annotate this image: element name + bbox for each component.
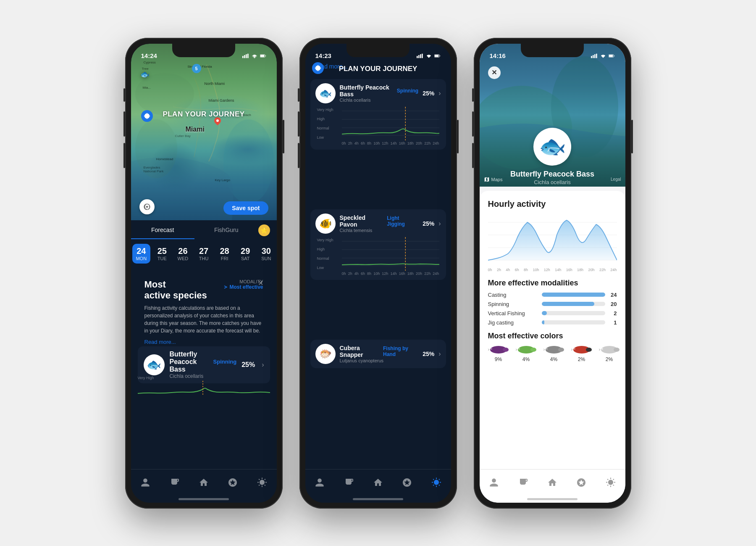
svg-line-57 bbox=[543, 350, 545, 351]
modality-jig: Jig casting 1 bbox=[488, 319, 617, 326]
svg-point-60 bbox=[574, 348, 575, 350]
modalities-title: More effective modalities bbox=[488, 279, 617, 288]
date-28[interactable]: 28 FRI bbox=[215, 244, 234, 264]
hourly-x-labels: 0h 2h 4h 6h 8h 10h 12h 14h 16h 18h 20h 2… bbox=[488, 268, 617, 272]
color-item-2: 4% bbox=[516, 345, 537, 362]
nav-home[interactable] bbox=[199, 477, 209, 488]
nav-bar-2 bbox=[305, 469, 451, 503]
nav-diary[interactable] bbox=[140, 477, 150, 488]
info-description: Fishing activity calculations are based … bbox=[144, 304, 263, 335]
nav-weather[interactable] bbox=[257, 477, 267, 488]
nav-home-3[interactable] bbox=[547, 477, 557, 488]
fish-card-bpb[interactable]: 🐟 Butterfly Peacock Bass Spinning Cichla… bbox=[310, 79, 446, 150]
fish-technique-cs: Fishing by Hand bbox=[383, 346, 418, 357]
date-25[interactable]: 25 TUE bbox=[153, 244, 171, 264]
detail-content: Hourly activity bbox=[480, 191, 625, 503]
close-button-3[interactable]: ✕ bbox=[488, 66, 501, 79]
fish-percent-sp: 25% bbox=[423, 220, 434, 227]
nav-species-2[interactable] bbox=[344, 477, 354, 488]
fish-card-sp[interactable]: 🐠 Speckled Pavon Light Jigging Cichla te… bbox=[310, 209, 446, 280]
modality-label: MODALITY bbox=[223, 279, 263, 284]
svg-rect-13 bbox=[417, 56, 418, 58]
nav-home-2[interactable] bbox=[373, 477, 383, 488]
svg-point-8 bbox=[254, 57, 255, 58]
nav-weather-3[interactable] bbox=[606, 477, 616, 488]
most-effective-link[interactable]: Most effective bbox=[223, 284, 263, 290]
svg-point-1 bbox=[135, 73, 194, 115]
svg-rect-36 bbox=[614, 55, 614, 56]
nav-species-3[interactable] bbox=[518, 477, 528, 488]
most-active-title: Mostactive species bbox=[144, 279, 207, 301]
fish-name-1: Butterfly Peacock Bass bbox=[170, 351, 211, 373]
svg-point-50 bbox=[518, 348, 520, 350]
nav-diary-3[interactable] bbox=[489, 477, 499, 488]
phone1-screen: Cypress Tree Straits of Florida North Mi… bbox=[131, 44, 277, 503]
svg-point-44 bbox=[503, 348, 509, 352]
nav-forecast-2[interactable] bbox=[402, 477, 412, 488]
forecast-tab[interactable]: Forecast bbox=[131, 222, 195, 239]
chart-sp: Very High High Normal Low bbox=[315, 237, 441, 276]
gps-button[interactable] bbox=[139, 199, 155, 214]
read-more-link-1[interactable]: Read more... bbox=[144, 339, 263, 345]
phone2-screen: 14:23 Read more... PLAN YOUR JOURNEY bbox=[305, 44, 451, 503]
svg-rect-7 bbox=[247, 53, 249, 58]
close-button[interactable]: ✕ bbox=[258, 279, 263, 287]
nav-forecast[interactable] bbox=[228, 477, 238, 488]
svg-rect-10 bbox=[260, 55, 264, 57]
location-icon bbox=[141, 110, 153, 122]
svg-line-47 bbox=[488, 350, 489, 351]
fish-card-cs[interactable]: 🐡 Cubera Snapper Fishing by Hand Lutjanu… bbox=[310, 340, 446, 368]
fish-percent-cs: 25% bbox=[423, 351, 434, 357]
svg-point-55 bbox=[546, 348, 548, 350]
map-background: Cypress Tree Straits of Florida North Mi… bbox=[131, 44, 277, 220]
colors-title: Most effective colors bbox=[488, 332, 617, 340]
phone-2: 14:23 Read more... PLAN YOUR JOURNEY bbox=[299, 38, 457, 509]
fish-latin-bpb: Cichla ocellaris bbox=[340, 98, 419, 103]
nav-weather-2[interactable] bbox=[431, 477, 441, 488]
fish-avatar-sp: 🐠 bbox=[315, 214, 336, 234]
notch bbox=[172, 44, 235, 57]
home-indicator-2 bbox=[353, 498, 403, 500]
color-item-3: 4% bbox=[543, 345, 564, 362]
date-30[interactable]: 30 SUN bbox=[257, 244, 276, 264]
phone-3: 14:16 bbox=[474, 38, 631, 509]
svg-rect-32 bbox=[594, 54, 596, 58]
map-pin[interactable] bbox=[213, 117, 222, 129]
fish-latin-cs: Lutjanus cyanopterus bbox=[340, 358, 419, 363]
svg-rect-5 bbox=[244, 55, 245, 58]
nav-bar-3 bbox=[480, 469, 625, 503]
fishguru-tab[interactable]: FishGuru bbox=[194, 222, 258, 239]
nav-diary-2[interactable] bbox=[315, 477, 325, 488]
svg-point-64 bbox=[614, 348, 620, 352]
color-item-1: 9% bbox=[488, 345, 509, 362]
color-item-4: 2% bbox=[571, 345, 592, 362]
fish-info-sp: Speckled Pavon Light Jigging Cichla teme… bbox=[340, 214, 419, 233]
plan-journey-title-2: PLAN YOUR JOURNEY bbox=[305, 65, 451, 73]
fish-name-sp: Speckled Pavon bbox=[340, 214, 385, 228]
svg-rect-15 bbox=[420, 54, 421, 58]
home-indicator-3 bbox=[527, 498, 578, 500]
fish-info-cs: Cubera Snapper Fishing by Hand Lutjanus … bbox=[340, 345, 419, 363]
colors-row: 9% 4% bbox=[488, 345, 617, 362]
status-icons-3 bbox=[591, 53, 615, 58]
chevron-right-icon: › bbox=[262, 361, 264, 369]
fish-technique-sp: Light Jigging bbox=[387, 215, 418, 227]
mini-chart-1: Very High bbox=[138, 376, 270, 399]
svg-point-65 bbox=[601, 348, 603, 350]
nav-forecast-3[interactable] bbox=[576, 477, 586, 488]
modality-casting: Casting 24 bbox=[488, 292, 617, 298]
svg-rect-30 bbox=[591, 56, 592, 58]
fish-avatar-bpb: 🐟 bbox=[315, 83, 336, 103]
very-high-label: Very High bbox=[138, 376, 270, 380]
nav-bar-1 bbox=[131, 469, 277, 503]
date-26[interactable]: 26 WED bbox=[174, 244, 192, 264]
date-27[interactable]: 27 THU bbox=[194, 244, 213, 264]
fish-avatar-cs: 🐡 bbox=[315, 344, 336, 364]
nav-species[interactable] bbox=[170, 477, 180, 488]
fish-detail-avatar: 🐟 bbox=[533, 128, 571, 166]
date-today[interactable]: 24 MON bbox=[132, 244, 151, 264]
date-29[interactable]: 29 SAT bbox=[236, 244, 255, 264]
home-indicator-1 bbox=[178, 498, 229, 500]
save-spot-button[interactable]: Save spot bbox=[223, 201, 268, 215]
fish-technique-bpb: Spinning bbox=[397, 88, 418, 94]
